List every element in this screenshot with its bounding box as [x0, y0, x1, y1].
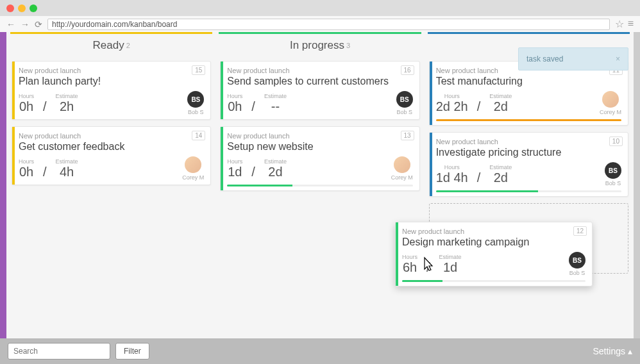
card-project: New product launch: [227, 132, 412, 140]
settings-button[interactable]: Settings ▴: [593, 346, 632, 356]
toast-notification: task saved ×: [518, 47, 628, 70]
card-title: Setup new website: [227, 141, 412, 153]
bookmark-icon[interactable]: ☆: [615, 18, 624, 30]
card-estimate: 2d: [489, 170, 512, 185]
column-count: 3: [346, 42, 350, 49]
assignee-name: Corey M: [391, 174, 413, 181]
avatar: [185, 156, 201, 173]
column-header: In progress 3: [219, 34, 421, 57]
assignee-name: Bob S: [569, 270, 585, 276]
card-hours: 6h: [402, 260, 417, 275]
card-project: New product launch: [402, 228, 585, 235]
progress-bar: [402, 280, 585, 282]
card-number: 12: [573, 226, 587, 236]
card-estimate: 2d: [489, 99, 512, 114]
progress-bar: [436, 119, 621, 121]
progress-bar: [227, 185, 412, 186]
card-stripe: [430, 62, 432, 125]
card-number: 14: [192, 131, 205, 140]
toast-message: task saved: [526, 54, 563, 63]
card-estimate: --: [264, 99, 287, 114]
avatar: [394, 156, 410, 173]
card-estimate: 2h: [56, 99, 78, 114]
column-ready: Ready 2 New product launch Plan launch p…: [10, 32, 212, 338]
card-number: 16: [401, 65, 414, 75]
card-title: Plan launch party!: [19, 76, 204, 87]
card-project: New product launch: [227, 67, 412, 74]
card-number: 13: [401, 131, 414, 140]
kanban-card[interactable]: New product launch Plan launch party! 15…: [12, 61, 211, 120]
next-column-edge[interactable]: [634, 32, 640, 338]
column-title: Ready: [93, 39, 124, 52]
avatar: [602, 91, 619, 108]
card-title: Design marketing campaign: [402, 236, 585, 248]
kanban-card[interactable]: New product launch Investigate pricing s…: [429, 132, 628, 197]
card-hours: 1d 4h: [436, 170, 468, 185]
url-bar[interactable]: http://yourdomain.com/kanban/board: [47, 19, 610, 30]
back-icon[interactable]: ←: [6, 19, 15, 29]
card-title: Send samples to current customers: [227, 76, 412, 87]
chevron-up-icon: ▴: [628, 346, 632, 356]
card-stripe: [221, 62, 223, 119]
card-estimate: 4h: [56, 165, 78, 179]
kanban-card[interactable]: New product launch Send samples to curre…: [220, 61, 419, 120]
avatar: BS: [569, 252, 585, 269]
column-header: Ready 2: [10, 34, 212, 57]
card-number: 15: [192, 65, 205, 75]
assignee-name: Corey M: [600, 109, 621, 115]
kanban-board: Ready 2 New product launch Plan launch p…: [0, 32, 640, 338]
card-project: New product launch: [19, 132, 204, 140]
prev-column-edge[interactable]: [0, 32, 6, 338]
column-title: In progress: [290, 39, 344, 52]
card-title: Test manufacturing: [436, 76, 621, 87]
card-project: New product launch: [436, 138, 621, 145]
window-minimize-icon[interactable]: [18, 4, 26, 12]
assignee-name: Bob S: [187, 109, 204, 115]
window-maximize-icon[interactable]: [29, 4, 37, 12]
assignee-name: Bob S: [605, 180, 621, 186]
card-stripe: [12, 62, 15, 119]
avatar: BS: [605, 162, 621, 179]
search-input[interactable]: [8, 343, 110, 360]
footer-bar: Filter Settings ▴: [0, 338, 640, 364]
kanban-card[interactable]: New product launch Setup new website 13 …: [220, 126, 419, 191]
progress-bar: [436, 190, 621, 192]
assignee-name: Corey M: [182, 174, 204, 181]
card-stripe: [12, 127, 15, 185]
card-stripe: [430, 133, 432, 196]
assignee-name: Bob S: [396, 109, 413, 115]
card-project: New product launch: [19, 67, 204, 74]
card-hours: 0h: [227, 99, 242, 114]
kanban-card[interactable]: New product launch Test manufacturing 11…: [429, 61, 628, 126]
window-close-icon[interactable]: [6, 4, 14, 12]
card-hours: 0h: [19, 165, 34, 179]
card-estimate: 1d: [439, 260, 462, 275]
card-hours: 0h: [19, 99, 34, 114]
browser-chrome: ← → ⟳ http://yourdomain.com/kanban/board…: [0, 0, 640, 32]
card-hours: 2d 2h: [436, 99, 468, 114]
reload-icon[interactable]: ⟳: [35, 19, 42, 29]
card-stripe: [396, 222, 398, 286]
column-in-progress: In progress 3 New product launch Send sa…: [219, 32, 421, 338]
card-stripe: [221, 127, 223, 190]
card-title: Get customer feedback: [19, 141, 204, 153]
card-title: Investigate pricing structure: [436, 147, 621, 158]
card-estimate: 2d: [264, 165, 287, 179]
kanban-card-dragging[interactable]: New product launch Design marketing camp…: [395, 222, 593, 286]
forward-icon[interactable]: →: [21, 19, 29, 29]
filter-button[interactable]: Filter: [115, 343, 149, 360]
column-blue: New product launch Test manufacturing 11…: [428, 32, 630, 338]
avatar: BS: [396, 91, 413, 108]
kanban-card[interactable]: New product launch Get customer feedback…: [12, 126, 211, 185]
avatar: BS: [187, 91, 204, 108]
toast-close-icon[interactable]: ×: [616, 54, 620, 63]
menu-icon[interactable]: ≡: [628, 18, 634, 30]
card-number: 10: [609, 136, 623, 146]
tab-bar: [0, 0, 640, 16]
card-hours: 1d: [227, 165, 242, 179]
column-count: 2: [126, 42, 130, 49]
